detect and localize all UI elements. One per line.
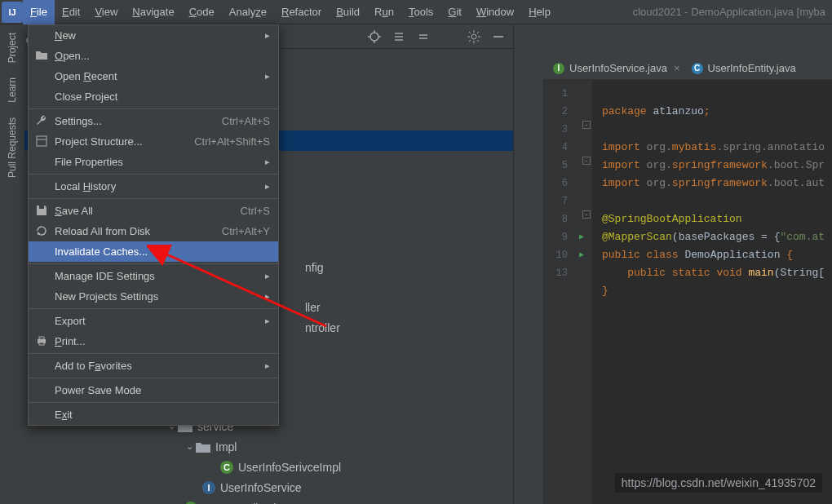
line-number: 4 xyxy=(543,139,568,157)
code-area[interactable]: package atlanzuo; import org.mybatis.spr… xyxy=(602,80,832,504)
open-folder-icon xyxy=(35,49,48,62)
menu-edit[interactable]: Edit xyxy=(55,0,87,24)
tree-node-demoapp[interactable]: C DemoApplication xyxy=(24,497,513,504)
line-number: 7 xyxy=(543,192,568,210)
hide-icon[interactable] xyxy=(492,30,505,43)
menubar: IJ File Edit View Navigate Code Analyze … xyxy=(0,0,832,24)
submenu-arrow-icon: ▸ xyxy=(265,30,270,41)
expand-all-icon[interactable] xyxy=(392,30,405,43)
line-number: 3 xyxy=(543,121,568,139)
save-icon xyxy=(35,204,48,217)
menu-separator xyxy=(29,402,278,403)
tree-node-impl[interactable]: Impl xyxy=(24,436,513,457)
fold-icon[interactable]: - xyxy=(582,210,591,219)
menu-separator xyxy=(29,108,278,109)
menu-build[interactable]: Build xyxy=(329,0,367,24)
fold-icon[interactable]: - xyxy=(582,157,591,165)
shortcut-label: Ctrl+S xyxy=(241,205,270,217)
fold-icon[interactable]: - xyxy=(582,121,591,129)
menu-new[interactable]: New▸ xyxy=(29,25,278,46)
menu-reload-from-disk[interactable]: Reload All from DiskCtrl+Alt+Y xyxy=(29,221,278,241)
submenu-arrow-icon: ▸ xyxy=(265,157,270,167)
project-structure-icon xyxy=(35,135,48,148)
submenu-arrow-icon: ▸ xyxy=(265,360,270,371)
menu-git[interactable]: Git xyxy=(440,0,469,24)
run-gutter-icon[interactable]: ▶ xyxy=(579,246,584,264)
menu-run[interactable]: Run xyxy=(367,0,401,24)
code-editor[interactable]: 1 2 3 4 5 6 7 8 9 10 13 - - - ▶ ▶ packag… xyxy=(543,80,832,504)
submenu-arrow-icon: ▸ xyxy=(265,316,270,326)
tab-userinfoentity[interactable]: C UserInfoEntity.java xyxy=(692,62,796,74)
menu-add-to-favorites[interactable]: Add to Favorites▸ xyxy=(29,356,278,376)
interface-icon: I xyxy=(553,63,564,74)
rail-project[interactable]: Project xyxy=(7,33,18,63)
menu-settings[interactable]: Settings...Ctrl+Alt+S xyxy=(29,111,278,131)
menu-close-project[interactable]: Close Project xyxy=(29,86,278,107)
menu-new-projects-settings[interactable]: New Projects Settings▸ xyxy=(29,286,278,307)
menu-code[interactable]: Code xyxy=(182,0,222,24)
line-number: 1 xyxy=(543,85,568,103)
run-gutter-icon[interactable]: ▶ xyxy=(579,228,584,246)
gear-icon[interactable] xyxy=(467,30,480,43)
interface-icon: I xyxy=(202,481,215,494)
tab-userinfoservice[interactable]: I UserInfoService.java × xyxy=(553,62,680,74)
menu-view[interactable]: View xyxy=(87,0,125,24)
menu-local-history[interactable]: Local History▸ xyxy=(29,176,278,197)
menu-navigate[interactable]: Navigate xyxy=(125,0,181,24)
menu-window[interactable]: Window xyxy=(469,0,521,24)
class-icon: C xyxy=(220,461,233,474)
menu-print[interactable]: Print... xyxy=(29,331,278,351)
shortcut-label: Ctrl+Alt+S xyxy=(222,115,270,127)
menu-manage-ide-settings[interactable]: Manage IDE Settings▸ xyxy=(29,266,278,286)
menu-tools[interactable]: Tools xyxy=(401,0,440,24)
menu-save-all[interactable]: Save AllCtrl+S xyxy=(29,201,278,221)
submenu-arrow-icon: ▸ xyxy=(265,271,270,281)
menu-file[interactable]: File xyxy=(23,0,55,24)
menu-separator xyxy=(29,378,278,378)
locate-icon[interactable] xyxy=(368,30,381,43)
close-icon[interactable]: × xyxy=(674,62,680,74)
menu-export[interactable]: Export▸ xyxy=(29,311,278,331)
svg-rect-12 xyxy=(37,136,46,146)
peek-controller2: ntroller xyxy=(305,321,340,334)
svg-point-0 xyxy=(370,33,378,41)
peek-controller1: ller xyxy=(305,301,321,314)
tree-node-interface[interactable]: I UserInfoService xyxy=(24,477,513,497)
reload-icon xyxy=(35,224,48,237)
class-icon: C xyxy=(184,502,197,505)
submenu-arrow-icon: ▸ xyxy=(265,181,270,192)
menu-open-recent[interactable]: Open Recent▸ xyxy=(29,66,278,86)
menu-open[interactable]: Open... xyxy=(29,46,278,66)
menu-project-structure[interactable]: Project Structure...Ctrl+Alt+Shift+S xyxy=(29,131,278,152)
class-icon: C xyxy=(692,63,703,74)
wrench-icon xyxy=(35,114,48,127)
menu-power-save[interactable]: Power Save Mode xyxy=(29,380,278,400)
line-number: 10 xyxy=(543,246,568,264)
chevron-down-icon[interactable] xyxy=(183,441,196,452)
menu-separator xyxy=(29,353,278,354)
menu-separator xyxy=(29,174,278,175)
rail-pull-requests[interactable]: Pull Requests xyxy=(7,117,18,178)
menu-separator xyxy=(29,263,278,264)
rail-learn[interactable]: Learn xyxy=(7,77,18,103)
submenu-arrow-icon: ▸ xyxy=(265,291,270,302)
peek-config: nfig xyxy=(305,261,324,274)
menu-refactor[interactable]: Refactor xyxy=(274,0,329,24)
collapse-all-icon[interactable] xyxy=(417,30,430,43)
left-tool-rail: Project Learn Pull Requests xyxy=(0,24,24,504)
line-number: 8 xyxy=(543,210,568,228)
menu-exit[interactable]: Exit xyxy=(29,405,278,425)
menu-invalidate-caches[interactable]: Invalidate Caches... xyxy=(29,241,278,262)
menu-file-properties[interactable]: File Properties▸ xyxy=(29,152,278,172)
menu-separator xyxy=(29,198,278,199)
svg-rect-17 xyxy=(39,343,44,345)
app-icon: IJ xyxy=(2,2,23,23)
menu-help[interactable]: Help xyxy=(521,0,558,24)
editor-gutter[interactable]: 1 2 3 4 5 6 7 8 9 10 13 - - - ▶ ▶ xyxy=(543,80,592,504)
line-number: 5 xyxy=(543,157,568,175)
line-number: 13 xyxy=(543,264,568,282)
file-menu-dropdown: New▸ Open... Open Recent▸ Close Project … xyxy=(28,24,279,426)
tree-node-impl-class[interactable]: C UserInfoSerivceImpl xyxy=(24,457,513,477)
menu-analyze[interactable]: Analyze xyxy=(222,0,274,24)
shortcut-label: Ctrl+Alt+Y xyxy=(222,225,270,237)
